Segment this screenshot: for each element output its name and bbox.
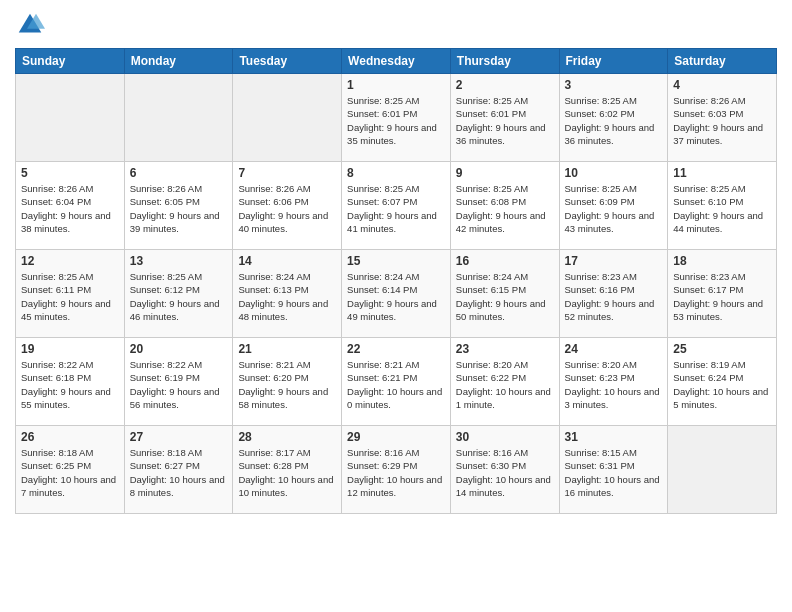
calendar-week-4: 19Sunrise: 8:22 AM Sunset: 6:18 PM Dayli… bbox=[16, 338, 777, 426]
calendar-cell: 24Sunrise: 8:20 AM Sunset: 6:23 PM Dayli… bbox=[559, 338, 668, 426]
calendar-cell: 11Sunrise: 8:25 AM Sunset: 6:10 PM Dayli… bbox=[668, 162, 777, 250]
calendar-cell: 14Sunrise: 8:24 AM Sunset: 6:13 PM Dayli… bbox=[233, 250, 342, 338]
calendar-cell: 26Sunrise: 8:18 AM Sunset: 6:25 PM Dayli… bbox=[16, 426, 125, 514]
day-info: Sunrise: 8:21 AM Sunset: 6:20 PM Dayligh… bbox=[238, 358, 336, 411]
day-number: 23 bbox=[456, 342, 554, 356]
day-info: Sunrise: 8:19 AM Sunset: 6:24 PM Dayligh… bbox=[673, 358, 771, 411]
day-info: Sunrise: 8:24 AM Sunset: 6:14 PM Dayligh… bbox=[347, 270, 445, 323]
day-info: Sunrise: 8:26 AM Sunset: 6:05 PM Dayligh… bbox=[130, 182, 228, 235]
calendar-cell: 6Sunrise: 8:26 AM Sunset: 6:05 PM Daylig… bbox=[124, 162, 233, 250]
day-number: 31 bbox=[565, 430, 663, 444]
calendar-cell: 8Sunrise: 8:25 AM Sunset: 6:07 PM Daylig… bbox=[342, 162, 451, 250]
day-info: Sunrise: 8:26 AM Sunset: 6:06 PM Dayligh… bbox=[238, 182, 336, 235]
logo bbox=[15, 10, 49, 40]
day-number: 7 bbox=[238, 166, 336, 180]
weekday-header-thursday: Thursday bbox=[450, 49, 559, 74]
day-number: 29 bbox=[347, 430, 445, 444]
day-number: 11 bbox=[673, 166, 771, 180]
day-number: 3 bbox=[565, 78, 663, 92]
day-number: 14 bbox=[238, 254, 336, 268]
calendar-cell: 2Sunrise: 8:25 AM Sunset: 6:01 PM Daylig… bbox=[450, 74, 559, 162]
day-info: Sunrise: 8:25 AM Sunset: 6:02 PM Dayligh… bbox=[565, 94, 663, 147]
calendar-cell bbox=[16, 74, 125, 162]
calendar-cell: 27Sunrise: 8:18 AM Sunset: 6:27 PM Dayli… bbox=[124, 426, 233, 514]
day-number: 27 bbox=[130, 430, 228, 444]
weekday-header-monday: Monday bbox=[124, 49, 233, 74]
day-info: Sunrise: 8:15 AM Sunset: 6:31 PM Dayligh… bbox=[565, 446, 663, 499]
day-number: 6 bbox=[130, 166, 228, 180]
calendar-cell: 29Sunrise: 8:16 AM Sunset: 6:29 PM Dayli… bbox=[342, 426, 451, 514]
weekday-header-saturday: Saturday bbox=[668, 49, 777, 74]
weekday-header-tuesday: Tuesday bbox=[233, 49, 342, 74]
day-number: 19 bbox=[21, 342, 119, 356]
day-number: 15 bbox=[347, 254, 445, 268]
calendar-cell: 4Sunrise: 8:26 AM Sunset: 6:03 PM Daylig… bbox=[668, 74, 777, 162]
page: SundayMondayTuesdayWednesdayThursdayFrid… bbox=[0, 0, 792, 612]
day-info: Sunrise: 8:25 AM Sunset: 6:01 PM Dayligh… bbox=[347, 94, 445, 147]
calendar-cell: 17Sunrise: 8:23 AM Sunset: 6:16 PM Dayli… bbox=[559, 250, 668, 338]
day-info: Sunrise: 8:20 AM Sunset: 6:22 PM Dayligh… bbox=[456, 358, 554, 411]
calendar-week-5: 26Sunrise: 8:18 AM Sunset: 6:25 PM Dayli… bbox=[16, 426, 777, 514]
calendar-cell: 9Sunrise: 8:25 AM Sunset: 6:08 PM Daylig… bbox=[450, 162, 559, 250]
day-number: 25 bbox=[673, 342, 771, 356]
calendar-cell: 20Sunrise: 8:22 AM Sunset: 6:19 PM Dayli… bbox=[124, 338, 233, 426]
calendar-cell: 16Sunrise: 8:24 AM Sunset: 6:15 PM Dayli… bbox=[450, 250, 559, 338]
day-number: 2 bbox=[456, 78, 554, 92]
calendar-cell bbox=[124, 74, 233, 162]
day-info: Sunrise: 8:25 AM Sunset: 6:09 PM Dayligh… bbox=[565, 182, 663, 235]
day-number: 26 bbox=[21, 430, 119, 444]
day-number: 30 bbox=[456, 430, 554, 444]
day-info: Sunrise: 8:24 AM Sunset: 6:15 PM Dayligh… bbox=[456, 270, 554, 323]
calendar-cell: 25Sunrise: 8:19 AM Sunset: 6:24 PM Dayli… bbox=[668, 338, 777, 426]
calendar-cell: 23Sunrise: 8:20 AM Sunset: 6:22 PM Dayli… bbox=[450, 338, 559, 426]
day-info: Sunrise: 8:25 AM Sunset: 6:07 PM Dayligh… bbox=[347, 182, 445, 235]
logo-icon bbox=[15, 10, 45, 40]
weekday-header-wednesday: Wednesday bbox=[342, 49, 451, 74]
day-info: Sunrise: 8:17 AM Sunset: 6:28 PM Dayligh… bbox=[238, 446, 336, 499]
day-info: Sunrise: 8:25 AM Sunset: 6:12 PM Dayligh… bbox=[130, 270, 228, 323]
day-info: Sunrise: 8:25 AM Sunset: 6:11 PM Dayligh… bbox=[21, 270, 119, 323]
day-info: Sunrise: 8:16 AM Sunset: 6:30 PM Dayligh… bbox=[456, 446, 554, 499]
day-number: 17 bbox=[565, 254, 663, 268]
day-info: Sunrise: 8:24 AM Sunset: 6:13 PM Dayligh… bbox=[238, 270, 336, 323]
day-info: Sunrise: 8:21 AM Sunset: 6:21 PM Dayligh… bbox=[347, 358, 445, 411]
calendar-cell: 19Sunrise: 8:22 AM Sunset: 6:18 PM Dayli… bbox=[16, 338, 125, 426]
calendar-cell: 30Sunrise: 8:16 AM Sunset: 6:30 PM Dayli… bbox=[450, 426, 559, 514]
weekday-header-sunday: Sunday bbox=[16, 49, 125, 74]
day-number: 1 bbox=[347, 78, 445, 92]
day-info: Sunrise: 8:20 AM Sunset: 6:23 PM Dayligh… bbox=[565, 358, 663, 411]
calendar-cell bbox=[233, 74, 342, 162]
calendar-cell: 31Sunrise: 8:15 AM Sunset: 6:31 PM Dayli… bbox=[559, 426, 668, 514]
day-number: 21 bbox=[238, 342, 336, 356]
calendar-cell: 7Sunrise: 8:26 AM Sunset: 6:06 PM Daylig… bbox=[233, 162, 342, 250]
calendar-header-row: SundayMondayTuesdayWednesdayThursdayFrid… bbox=[16, 49, 777, 74]
day-info: Sunrise: 8:18 AM Sunset: 6:25 PM Dayligh… bbox=[21, 446, 119, 499]
calendar-week-3: 12Sunrise: 8:25 AM Sunset: 6:11 PM Dayli… bbox=[16, 250, 777, 338]
calendar-cell: 3Sunrise: 8:25 AM Sunset: 6:02 PM Daylig… bbox=[559, 74, 668, 162]
day-number: 5 bbox=[21, 166, 119, 180]
day-number: 10 bbox=[565, 166, 663, 180]
day-number: 24 bbox=[565, 342, 663, 356]
day-info: Sunrise: 8:25 AM Sunset: 6:01 PM Dayligh… bbox=[456, 94, 554, 147]
day-info: Sunrise: 8:22 AM Sunset: 6:19 PM Dayligh… bbox=[130, 358, 228, 411]
calendar-week-1: 1Sunrise: 8:25 AM Sunset: 6:01 PM Daylig… bbox=[16, 74, 777, 162]
calendar-cell: 13Sunrise: 8:25 AM Sunset: 6:12 PM Dayli… bbox=[124, 250, 233, 338]
day-number: 16 bbox=[456, 254, 554, 268]
calendar: SundayMondayTuesdayWednesdayThursdayFrid… bbox=[15, 48, 777, 514]
calendar-cell: 12Sunrise: 8:25 AM Sunset: 6:11 PM Dayli… bbox=[16, 250, 125, 338]
calendar-cell: 21Sunrise: 8:21 AM Sunset: 6:20 PM Dayli… bbox=[233, 338, 342, 426]
calendar-cell: 5Sunrise: 8:26 AM Sunset: 6:04 PM Daylig… bbox=[16, 162, 125, 250]
day-number: 9 bbox=[456, 166, 554, 180]
day-number: 8 bbox=[347, 166, 445, 180]
day-number: 22 bbox=[347, 342, 445, 356]
calendar-cell: 18Sunrise: 8:23 AM Sunset: 6:17 PM Dayli… bbox=[668, 250, 777, 338]
calendar-cell: 1Sunrise: 8:25 AM Sunset: 6:01 PM Daylig… bbox=[342, 74, 451, 162]
calendar-week-2: 5Sunrise: 8:26 AM Sunset: 6:04 PM Daylig… bbox=[16, 162, 777, 250]
day-number: 28 bbox=[238, 430, 336, 444]
day-number: 13 bbox=[130, 254, 228, 268]
day-info: Sunrise: 8:26 AM Sunset: 6:04 PM Dayligh… bbox=[21, 182, 119, 235]
day-number: 12 bbox=[21, 254, 119, 268]
day-info: Sunrise: 8:23 AM Sunset: 6:17 PM Dayligh… bbox=[673, 270, 771, 323]
day-info: Sunrise: 8:25 AM Sunset: 6:10 PM Dayligh… bbox=[673, 182, 771, 235]
calendar-cell: 22Sunrise: 8:21 AM Sunset: 6:21 PM Dayli… bbox=[342, 338, 451, 426]
